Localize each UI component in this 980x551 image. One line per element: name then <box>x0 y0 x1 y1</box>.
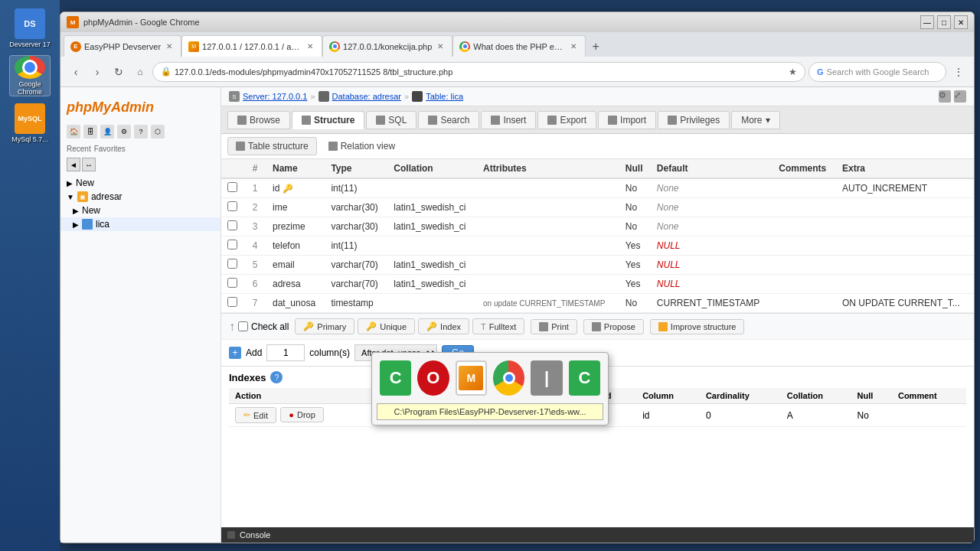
row-comments-7 <box>773 294 836 313</box>
tab-easyphp[interactable]: E EasyPHP Devserver ✕ <box>64 35 181 57</box>
row-null-1: No <box>619 178 651 198</box>
check-all-checkbox[interactable] <box>238 321 248 331</box>
sidebar-adresar[interactable]: ▼ ▣ adresar <box>60 190 220 204</box>
tab-insert[interactable]: Insert <box>481 111 536 129</box>
taskbar-chrome[interactable]: Google Chrome <box>9 55 51 96</box>
indexes-help-icon[interactable]: ? <box>270 371 283 383</box>
add-icon: + <box>229 347 241 359</box>
row-checkbox-6[interactable] <box>227 278 237 288</box>
breadcrumb-table[interactable]: Table: lica <box>426 92 463 101</box>
sidebar-new-db[interactable]: ▶ New <box>60 204 220 217</box>
sidebar-help-icon[interactable]: ? <box>134 125 148 139</box>
index-edit-btn[interactable]: ✏ Edit <box>235 407 276 423</box>
tab-structure[interactable]: Structure <box>292 111 364 129</box>
search-tab-icon <box>428 116 437 125</box>
home-button[interactable]: ⌂ <box>131 63 149 81</box>
sidebar-favorites-link[interactable]: Favorites <box>94 145 126 153</box>
tab-phperror-close[interactable]: ✕ <box>568 41 579 52</box>
popup-bar-icon[interactable]: | <box>531 360 562 396</box>
row-checkbox-1[interactable] <box>227 182 237 192</box>
print-btn[interactable]: Print <box>531 319 577 334</box>
index-drop-btn[interactable]: ● Drop <box>280 407 324 422</box>
fullscreen-icon[interactable]: ⤢ <box>954 90 966 103</box>
popup-greenapp-icon[interactable]: C <box>569 360 600 396</box>
sub-tab-relation-view[interactable]: Relation view <box>320 137 403 155</box>
row-checkbox-2[interactable] <box>227 201 237 211</box>
refresh-button[interactable]: ↻ <box>109 63 128 81</box>
unique-btn[interactable]: 🔑 Unique <box>358 318 415 334</box>
maximize-btn[interactable]: □ <box>937 15 951 29</box>
tab-phpmyadmin-close[interactable]: ✕ <box>305 41 315 52</box>
row-name-6: adresa <box>266 275 325 294</box>
add-columns-input[interactable]: 1 <box>266 344 305 361</box>
expand-btn[interactable]: ↔ <box>82 158 96 171</box>
tab-konekcija[interactable]: 127.0.0.1/konekcija.php ✕ <box>322 35 452 57</box>
popup-opera-icon[interactable]: O <box>417 360 449 396</box>
idx-null-cell: No <box>851 404 891 427</box>
sidebar-recent-link[interactable]: Recent <box>67 145 91 153</box>
lica-table-icon <box>82 219 93 230</box>
close-btn[interactable]: ✕ <box>954 15 968 29</box>
tab-sql[interactable]: SQL <box>366 111 416 129</box>
tab-more[interactable]: More ▾ <box>731 111 779 129</box>
improve-structure-btn[interactable]: Improve structure <box>650 319 745 334</box>
primary-btn[interactable]: 🔑 Primary <box>295 318 354 334</box>
address-text: 127.0.0.1/eds-modules/phpmyadmin470x1705… <box>175 67 452 77</box>
tab-privileges[interactable]: Privileges <box>658 111 730 129</box>
tab-easyphp-close[interactable]: ✕ <box>164 41 175 52</box>
row-attributes-2 <box>477 198 619 217</box>
tab-import[interactable]: Import <box>598 111 656 129</box>
row-checkbox-4[interactable] <box>227 240 237 249</box>
settings-gear-icon[interactable]: ⚙ <box>939 90 951 103</box>
table-row: 3 prezime varchar(30) latin1_swedish_ci … <box>221 217 974 236</box>
tab-search[interactable]: Search <box>418 111 479 129</box>
row-default-1: None <box>651 178 773 198</box>
row-checkbox-7[interactable] <box>227 297 237 307</box>
sidebar-settings-icon[interactable]: ⚙ <box>117 125 131 139</box>
breadcrumb-database[interactable]: Database: adresar <box>332 92 402 101</box>
taskbar-devserver[interactable]: DS Devserver 17 <box>9 8 51 49</box>
propose-btn[interactable]: Propose <box>583 319 644 334</box>
search-placeholder: Search with Google Search <box>827 67 929 77</box>
fulltext-label: Fulltext <box>489 322 516 331</box>
browse-icon <box>237 116 247 125</box>
tab-easyphp-label: EasyPHP Devserver <box>84 42 161 51</box>
sidebar-nav: Recent Favorites <box>60 142 220 156</box>
breadcrumb-server[interactable]: Server: 127.0.0.1 <box>243 92 307 101</box>
row-num-1: 1 <box>243 178 266 198</box>
row-null-4: Yes <box>619 236 651 256</box>
tab-phpmyadmin[interactable]: M 127.0.0.1 / 127.0.0.1 / adre... ✕ <box>181 35 322 57</box>
search-box[interactable]: G Search with Google Search <box>808 62 946 82</box>
more-chevron-icon: ▾ <box>766 115 770 126</box>
back-button[interactable]: ‹ <box>67 63 85 81</box>
sub-tab-table-structure[interactable]: Table structure <box>227 137 317 155</box>
row-extra-2 <box>836 198 974 217</box>
sidebar-user-icon[interactable]: 👤 <box>100 125 114 139</box>
sidebar-new-top[interactable]: ▶ New <box>60 176 220 190</box>
popup-phpmyadmin-icon[interactable]: M <box>456 360 488 396</box>
sidebar-home-icon[interactable]: 🏠 <box>67 125 80 139</box>
console-bar[interactable]: Console <box>221 527 974 543</box>
extensions-button[interactable]: ⋮ <box>949 63 968 81</box>
sidebar-lica[interactable]: ▶ lica <box>60 217 220 231</box>
sidebar-exit-icon[interactable]: ⬡ <box>151 125 165 139</box>
address-bar[interactable]: 🔒 127.0.0.1/eds-modules/phpmyadmin470x17… <box>152 62 805 82</box>
taskbar-mysql[interactable]: MySQL MySql 5.7... <box>9 103 51 144</box>
minimize-btn[interactable]: — <box>920 15 934 29</box>
tab-konekcija-close[interactable]: ✕ <box>435 41 446 52</box>
index-btn[interactable]: 🔑 Index <box>418 318 469 334</box>
new-tab-button[interactable]: + <box>586 37 606 57</box>
collapse-btn[interactable]: ◄ <box>67 158 80 171</box>
fulltext-btn[interactable]: T Fulltext <box>472 318 524 334</box>
forward-button[interactable]: › <box>88 63 106 81</box>
row-checkbox-5[interactable] <box>227 259 237 269</box>
popup-chrome-icon[interactable] <box>493 360 524 396</box>
row-extra-3 <box>836 217 974 236</box>
popup-easyphp-icon[interactable]: C <box>380 360 411 396</box>
columns-label: column(s) <box>309 347 350 358</box>
tab-export[interactable]: Export <box>537 111 596 129</box>
sidebar-db-icon[interactable]: 🗄 <box>83 125 97 139</box>
row-checkbox-3[interactable] <box>227 220 237 230</box>
tab-phperror[interactable]: What does the PHP error me... ✕ <box>452 35 586 57</box>
tab-browse[interactable]: Browse <box>227 111 290 129</box>
